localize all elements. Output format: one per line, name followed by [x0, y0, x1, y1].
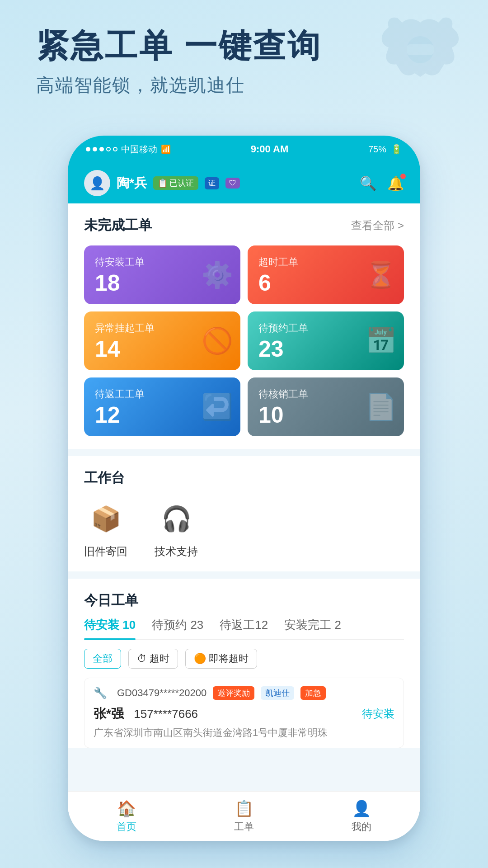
tab-pending-rework[interactable]: 待返工12 [220, 617, 268, 639]
tab-pending-install-label: 待安装 [84, 618, 122, 632]
wifi-icon: 📶 [161, 144, 171, 154]
nav-orders[interactable]: 📋 工单 [185, 799, 303, 834]
header-actions: 🔍 🔔 [360, 175, 404, 191]
user-section: 👤 陶*兵 📋 已认证 证 🛡 [84, 170, 240, 196]
app-header: 👤 陶*兵 📋 已认证 证 🛡 🔍 🔔 [68, 163, 420, 203]
dot2 [93, 147, 97, 151]
search-icon[interactable]: 🔍 [360, 175, 376, 191]
order-card-abnormal[interactable]: 🚫 异常挂起工单 14 [84, 311, 240, 370]
tag-review-0: 邀评奖励 [213, 686, 254, 700]
parts-return-icon: 📦 [85, 498, 126, 539]
view-all-button[interactable]: 查看全部 > [351, 218, 404, 233]
order-status-0: 待安装 [362, 707, 394, 721]
tag-brand-0: 凯迪仕 [261, 686, 294, 700]
order-item-header-0: 🔧 GD03479*****20200 邀评奖励 凯迪仕 加急 [94, 686, 394, 700]
worktable-item-support[interactable]: 🎧 技术支持 [155, 498, 198, 559]
order-id-0: GD03479*****20200 [117, 687, 206, 699]
worktable-header: 工作台 [84, 469, 404, 487]
section-header: 未完成工单 查看全部 > [84, 216, 404, 235]
page-title: 紧急工单 一键查询 [36, 27, 452, 65]
badge-certified: 📋 已认证 [153, 176, 198, 190]
nav-profile-label: 我的 [352, 820, 371, 834]
order-card-icon-2: 🚫 [202, 326, 233, 356]
today-orders-title: 今日工单 [84, 593, 138, 608]
order-item-main-0: 张*强 157****7666 待安装 [94, 705, 394, 722]
nav-profile-icon: 👤 [352, 799, 371, 817]
filter-near-overtime[interactable]: 🟠 即将超时 [185, 649, 257, 669]
avatar: 👤 [84, 170, 110, 196]
badge-shield: 🛡 [225, 178, 240, 189]
app-content: 未完成工单 查看全部 > ⚙️ 待安装工单 18 ⏳ 超时工单 6 [68, 203, 420, 800]
filter-all-label: 全部 [93, 653, 113, 664]
dot5 [113, 147, 117, 151]
order-card-overtime[interactable]: ⏳ 超时工单 6 [248, 245, 404, 304]
page-header: 紧急工单 一键查询 高端智能锁，就选凯迪仕 [36, 27, 452, 98]
order-card-icon-0: ⚙️ [202, 260, 233, 290]
nav-orders-icon: 📋 [235, 799, 253, 817]
nav-home-label: 首页 [117, 820, 136, 834]
tab-pending-reserve-label: 待预约 [152, 618, 190, 632]
order-card-icon-1: ⏳ [365, 260, 397, 290]
phone-mockup: 中国移动 📶 9:00 AM 75% 🔋 👤 陶*兵 📋 已认证 证 [68, 136, 420, 841]
tab-pending-reserve-count: 23 [190, 618, 203, 632]
notification-icon[interactable]: 🔔 [387, 175, 404, 191]
signal-dots [86, 147, 117, 151]
status-time: 9:00 AM [251, 143, 289, 155]
certified-label: 已认证 [169, 178, 194, 189]
worktable-icons: 📦 旧件寄回 🎧 技术支持 [84, 498, 404, 559]
dot3 [99, 147, 104, 151]
filter-row: 全部 ⏱ 超时 🟠 即将超时 [84, 649, 404, 669]
tab-pending-install[interactable]: 待安装 10 [84, 617, 136, 639]
filter-all[interactable]: 全部 [84, 649, 121, 669]
bottom-nav: 🏠 首页 📋 工单 👤 我的 [68, 791, 420, 841]
today-tabs: 待安装 10 待预约 23 待返工12 安装完工 2 [84, 617, 404, 640]
parts-return-label: 旧件寄回 [84, 544, 127, 559]
today-orders-section: 今日工单 待安装 10 待预约 23 待返工12 安装完工 2 [68, 579, 420, 748]
worktable-title: 工作台 [84, 469, 125, 487]
user-name: 陶*兵 [117, 175, 147, 192]
order-card-reserved[interactable]: 📅 待预约工单 23 [248, 311, 404, 370]
order-card-rework[interactable]: ↩️ 待返工工单 12 [84, 377, 240, 436]
filter-near-overtime-label: 🟠 即将超时 [194, 653, 249, 664]
avatar-icon: 👤 [89, 176, 105, 191]
tab-completed-count: 2 [334, 618, 341, 632]
order-phone-0: 157****7666 [134, 707, 198, 721]
dot4 [106, 147, 111, 151]
order-name-0: 张*强 [94, 707, 124, 721]
tab-pending-reserve[interactable]: 待预约 23 [152, 617, 203, 639]
order-card-icon-4: ↩️ [202, 392, 233, 422]
nav-home[interactable]: 🏠 首页 [68, 799, 185, 834]
order-card-pending-install[interactable]: ⚙️ 待安装工单 18 [84, 245, 240, 304]
tab-pending-rework-count: 12 [255, 618, 268, 632]
page-subtitle: 高端智能锁，就选凯迪仕 [36, 73, 452, 98]
phone-frame: 中国移动 📶 9:00 AM 75% 🔋 👤 陶*兵 📋 已认证 证 [68, 136, 420, 841]
order-list-item-0[interactable]: 🔧 GD03479*****20200 邀评奖励 凯迪仕 加急 张*强 157*… [84, 678, 404, 748]
worktable-section: 工作台 📦 旧件寄回 🎧 技术支持 [68, 456, 420, 571]
status-right: 75% 🔋 [368, 144, 402, 155]
order-name-phone: 张*强 157****7666 [94, 705, 198, 722]
battery-label: 75% [368, 144, 386, 155]
notification-dot [400, 174, 406, 179]
nav-home-icon: 🏠 [117, 799, 136, 817]
status-left: 中国移动 📶 [86, 143, 171, 156]
status-bar: 中国移动 📶 9:00 AM 75% 🔋 [68, 136, 420, 163]
order-grid: ⚙️ 待安装工单 18 ⏳ 超时工单 6 🚫 异常挂起工单 14 [84, 245, 404, 436]
order-card-verify[interactable]: 📄 待核销工单 10 [248, 377, 404, 436]
nav-profile[interactable]: 👤 我的 [303, 799, 420, 834]
battery-icon: 🔋 [391, 144, 402, 155]
incomplete-orders-section: 未完成工单 查看全部 > ⚙️ 待安装工单 18 ⏳ 超时工单 6 [68, 203, 420, 449]
worktable-item-parts[interactable]: 📦 旧件寄回 [84, 498, 127, 559]
filter-overtime-label: ⏱ 超时 [137, 653, 169, 664]
tab-completed-label: 安装完工 [284, 618, 334, 632]
nav-orders-label: 工单 [234, 820, 254, 834]
tech-support-icon: 🎧 [156, 498, 197, 539]
tab-completed[interactable]: 安装完工 2 [284, 617, 341, 639]
tab-pending-rework-label: 待返工 [220, 618, 255, 632]
badge-cert: 证 [205, 177, 219, 189]
filter-overtime[interactable]: ⏱ 超时 [128, 649, 178, 669]
tech-support-label: 技术支持 [155, 544, 198, 559]
incomplete-orders-title: 未完成工单 [84, 216, 152, 235]
tag-urgent-0: 加急 [300, 686, 326, 700]
order-address-0: 广东省深圳市南山区南头街道金湾路1号中厦非常明珠 [94, 726, 394, 740]
wrench-icon: 🔧 [94, 687, 107, 699]
